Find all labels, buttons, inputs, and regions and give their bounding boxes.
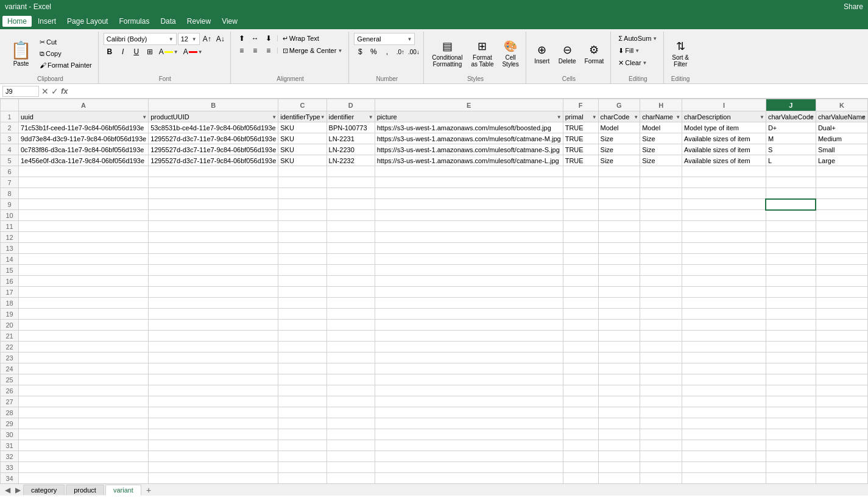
- list-item[interactable]: [598, 462, 640, 473]
- col-header-k[interactable]: K: [816, 99, 867, 111]
- list-item[interactable]: [326, 363, 375, 374]
- col-header-h[interactable]: H: [640, 99, 682, 111]
- list-item[interactable]: [766, 352, 816, 363]
- list-item[interactable]: Size: [598, 155, 640, 166]
- copy-button[interactable]: ⧉ Copy: [37, 48, 94, 59]
- list-item[interactable]: [19, 210, 149, 221]
- list-item[interactable]: [640, 462, 682, 473]
- list-item[interactable]: [278, 166, 326, 177]
- align-middle-button[interactable]: ↔: [249, 33, 261, 44]
- list-item[interactable]: [598, 473, 640, 484]
- list-item[interactable]: [766, 429, 816, 440]
- list-item[interactable]: [640, 188, 682, 199]
- list-item[interactable]: [816, 265, 867, 276]
- list-item[interactable]: [682, 177, 766, 188]
- list-item[interactable]: [682, 418, 766, 429]
- list-item[interactable]: [640, 473, 682, 484]
- list-item[interactable]: [766, 276, 816, 287]
- list-item[interactable]: [278, 473, 326, 484]
- list-item[interactable]: [375, 166, 563, 177]
- list-item[interactable]: [149, 254, 278, 265]
- list-item[interactable]: [278, 396, 326, 407]
- list-item[interactable]: [563, 331, 598, 342]
- list-item[interactable]: [326, 309, 375, 320]
- list-item[interactable]: [682, 331, 766, 342]
- insert-function-button[interactable]: fx: [61, 86, 68, 96]
- cell-ref-box[interactable]: J9: [2, 86, 39, 97]
- list-item[interactable]: [682, 473, 766, 484]
- list-item[interactable]: [19, 342, 149, 352]
- list-item[interactable]: [375, 298, 563, 309]
- list-item[interactable]: [563, 385, 598, 396]
- list-item[interactable]: [640, 243, 682, 254]
- list-item[interactable]: [19, 199, 149, 210]
- list-item[interactable]: [149, 243, 278, 254]
- list-item[interactable]: [149, 363, 278, 374]
- list-item[interactable]: [598, 287, 640, 298]
- list-item[interactable]: [19, 396, 149, 407]
- list-item[interactable]: [766, 177, 816, 188]
- list-item[interactable]: [598, 440, 640, 451]
- list-item[interactable]: [278, 342, 326, 352]
- list-item[interactable]: [375, 363, 563, 374]
- list-item[interactable]: [19, 320, 149, 331]
- list-item[interactable]: [563, 254, 598, 265]
- bold-button[interactable]: B: [104, 46, 116, 57]
- list-item[interactable]: [19, 429, 149, 440]
- list-item[interactable]: [375, 342, 563, 352]
- menu-data[interactable]: Data: [155, 16, 180, 27]
- list-item[interactable]: Model: [598, 122, 640, 133]
- list-item[interactable]: [563, 221, 598, 232]
- list-item[interactable]: [816, 254, 867, 265]
- list-item[interactable]: [682, 320, 766, 331]
- list-item[interactable]: Large: [816, 155, 867, 166]
- list-item[interactable]: [326, 221, 375, 232]
- list-item[interactable]: [598, 385, 640, 396]
- list-item[interactable]: [278, 331, 326, 342]
- list-item[interactable]: [563, 473, 598, 484]
- list-item[interactable]: [682, 385, 766, 396]
- list-item[interactable]: [640, 265, 682, 276]
- list-item[interactable]: BPN-100773: [326, 122, 375, 133]
- list-item[interactable]: [19, 221, 149, 232]
- list-item[interactable]: [816, 385, 867, 396]
- list-item[interactable]: [682, 221, 766, 232]
- conditional-formatting-button[interactable]: ▤ ConditionalFormatting: [429, 37, 465, 71]
- list-item[interactable]: [816, 440, 867, 451]
- list-item[interactable]: M: [766, 133, 816, 144]
- list-item[interactable]: [375, 243, 563, 254]
- list-item[interactable]: charValueName▼: [816, 111, 867, 122]
- list-item[interactable]: D+: [766, 122, 816, 133]
- wrap-text-button[interactable]: ↵ Wrap Text: [280, 33, 322, 44]
- list-item[interactable]: [598, 276, 640, 287]
- list-item[interactable]: [563, 309, 598, 320]
- list-item[interactable]: [563, 177, 598, 188]
- list-item[interactable]: [563, 210, 598, 221]
- merge-center-button[interactable]: ⊡ Merge & Center ▼: [280, 45, 345, 56]
- list-item[interactable]: [375, 320, 563, 331]
- list-item[interactable]: [149, 352, 278, 363]
- list-item[interactable]: https://s3-us-west-1.amazonaws.com/mules…: [375, 122, 563, 133]
- list-item[interactable]: [19, 276, 149, 287]
- list-item[interactable]: [598, 320, 640, 331]
- list-item[interactable]: [640, 254, 682, 265]
- list-item[interactable]: 53c8531b-ce4d-11e7-9c84-06bf056d193e: [149, 122, 278, 133]
- list-item[interactable]: [598, 309, 640, 320]
- list-item[interactable]: Size: [640, 144, 682, 155]
- list-item[interactable]: [149, 429, 278, 440]
- list-item[interactable]: [149, 407, 278, 418]
- list-item[interactable]: [19, 298, 149, 309]
- list-item[interactable]: [149, 396, 278, 407]
- list-item[interactable]: SKU: [278, 144, 326, 155]
- underline-button[interactable]: U: [130, 46, 143, 57]
- list-item[interactable]: [278, 254, 326, 265]
- list-item[interactable]: [640, 396, 682, 407]
- menu-formulas[interactable]: Formulas: [114, 16, 154, 27]
- insert-button[interactable]: ⊕ Insert: [531, 37, 553, 71]
- list-item[interactable]: primal▼: [563, 111, 598, 122]
- list-item[interactable]: [598, 396, 640, 407]
- list-item[interactable]: [682, 232, 766, 243]
- list-item[interactable]: [598, 407, 640, 418]
- list-item[interactable]: [326, 396, 375, 407]
- border-button[interactable]: ⊞: [144, 46, 156, 57]
